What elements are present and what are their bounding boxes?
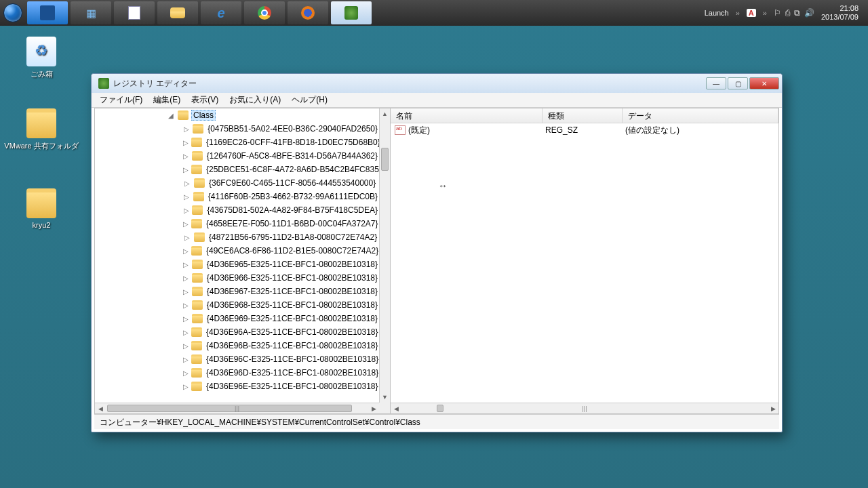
tree-node[interactable]: ▷{4D36E96E-E325-11CE-BFC1-08002BE10318} xyxy=(95,380,379,393)
scroll-left-icon[interactable]: ◀ xyxy=(95,403,106,413)
desktop-recycle-bin[interactable]: ごみ箱 xyxy=(4,37,79,79)
tray-volume-icon[interactable]: 🔊 xyxy=(804,8,814,18)
expand-icon[interactable]: ▷ xyxy=(183,220,189,228)
tree-node[interactable]: ▷{48721B56-6795-11D2-B1A8-0080C72E74A2} xyxy=(95,230,379,244)
taskbar-app-ie[interactable]: e xyxy=(201,1,241,24)
tree-node[interactable]: ▷{4D36E967-E325-11CE-BFC1-08002BE10318} xyxy=(95,285,379,298)
value-data: (値の設定なし) xyxy=(625,125,679,136)
tray-network-icon[interactable]: ⧉ xyxy=(794,8,800,18)
tree-node[interactable]: ▷{4D36E968-E325-11CE-BFC1-08002BE10318} xyxy=(95,298,379,312)
expand-icon[interactable]: ▷ xyxy=(183,274,189,282)
close-button[interactable]: ✕ xyxy=(749,77,779,89)
maximize-button[interactable]: ▢ xyxy=(728,77,748,89)
folder-icon xyxy=(192,314,203,323)
taskbar-app-notepad[interactable] xyxy=(114,1,155,24)
expand-icon[interactable]: ▷ xyxy=(183,152,189,160)
expand-icon[interactable]: ▷ xyxy=(183,261,189,268)
menu-view[interactable]: 表示(V) xyxy=(186,93,224,107)
desktop-vmware-folder[interactable]: VMware 共有フォルダ xyxy=(4,108,79,151)
tree-node[interactable]: ▷{1169EC26-0CFF-41FB-8D18-1D0EC75D68B0} xyxy=(95,136,379,149)
clock[interactable]: 21:08 2013/07/09 xyxy=(821,4,863,22)
tree-node[interactable]: ▷{43675D81-502A-4A82-9F84-B75F418C5DEA} xyxy=(95,203,379,217)
menu-file[interactable]: ファイル(F) xyxy=(94,93,148,107)
tree-node[interactable]: ▷{36FC9E60-C465-11CF-8056-444553540000} xyxy=(95,176,379,190)
expand-icon[interactable]: ▷ xyxy=(183,383,189,390)
expand-icon[interactable]: ▷ xyxy=(183,315,189,323)
menu-edit[interactable]: 編集(E) xyxy=(148,93,186,107)
tray-device-icon[interactable]: ⎙ xyxy=(785,8,790,18)
tree-label: {0475BB51-5A02-4EE0-B36C-29040FAD2650} xyxy=(206,124,379,134)
taskbar-app-explorer[interactable] xyxy=(157,1,198,24)
expand-icon[interactable]: ▷ xyxy=(183,247,189,255)
tree-label: {1169EC26-0CFF-41FB-8D18-1D0EC75D68B0} xyxy=(205,138,379,147)
expand-icon[interactable]: ▷ xyxy=(183,139,189,146)
scroll-left-icon[interactable]: ◀ xyxy=(391,403,401,413)
tree-node[interactable]: ▷{4D36E966-E325-11CE-BFC1-08002BE10318} xyxy=(95,271,379,285)
expand-icon[interactable]: ▷ xyxy=(183,369,189,377)
tree-node[interactable]: ▷{49CE6AC8-6F86-11D2-B1E5-0080C72E74A2} xyxy=(95,244,379,258)
folder-icon xyxy=(191,219,202,228)
col-type[interactable]: 種類 xyxy=(542,108,623,123)
scroll-down-icon[interactable]: ▼ xyxy=(380,392,390,403)
tray-flag-icon[interactable]: ⚐ xyxy=(774,8,781,18)
taskbar-app-chrome[interactable] xyxy=(244,1,285,24)
tree-node[interactable]: ▷{4D36E969-E325-11CE-BFC1-08002BE10318} xyxy=(95,312,379,325)
tree-node[interactable]: ▷{4D36E965-E325-11CE-BFC1-08002BE10318} xyxy=(95,258,379,271)
tree-node[interactable]: ▷{4658EE7E-F050-11D1-B6BD-00C04FA372A7} xyxy=(95,217,379,230)
adobe-tray-icon[interactable]: A xyxy=(747,9,756,17)
expand-icon[interactable]: ▷ xyxy=(183,329,189,336)
expand-icon[interactable]: ▷ xyxy=(183,180,191,187)
launch-label[interactable]: Launch xyxy=(705,9,729,17)
scroll-up-icon[interactable]: ▲ xyxy=(380,108,390,119)
tree-node[interactable]: ▷{25DBCE51-6C8F-4A72-8A6D-B54C2B4FC835} xyxy=(95,163,379,176)
expand-icon[interactable]: ▷ xyxy=(183,302,189,309)
expand-icon[interactable]: ▷ xyxy=(183,193,191,201)
minimize-button[interactable]: — xyxy=(706,77,726,89)
collapse-icon[interactable]: ◢ xyxy=(167,112,175,119)
tree-node[interactable]: ▷{4D36E96B-E325-11CE-BFC1-08002BE10318} xyxy=(95,339,379,352)
scroll-right-icon[interactable]: ▶ xyxy=(368,403,379,413)
clock-time: 21:08 xyxy=(821,4,859,13)
folder-icon xyxy=(191,246,202,256)
taskbar-app-regedit[interactable] xyxy=(331,1,372,24)
expand-icon[interactable]: ▷ xyxy=(183,207,189,214)
list-hscrollbar[interactable]: ◀ ||| ▶ xyxy=(391,403,778,413)
tree-hscrollbar[interactable]: ◀ ||| ▶ xyxy=(95,403,379,413)
tree-node[interactable]: ▷{4D36E96C-E325-11CE-BFC1-08002BE10318} xyxy=(95,352,379,366)
col-data[interactable]: データ xyxy=(623,108,778,123)
menu-favorites[interactable]: お気に入り(A) xyxy=(224,93,286,107)
menu-help[interactable]: ヘルプ(H) xyxy=(286,93,333,107)
expand-icon[interactable]: ▷ xyxy=(183,356,189,363)
tree-label: {4D36E96B-E325-11CE-BFC1-08002BE10318} xyxy=(205,341,379,350)
scroll-thumb[interactable] xyxy=(437,405,443,412)
taskbar-app-2[interactable]: ▦ xyxy=(71,1,111,24)
tree-node-class[interactable]: ◢ Class xyxy=(95,108,379,122)
folder-icon xyxy=(194,232,205,242)
tree-vscrollbar[interactable]: ▲ ▼ xyxy=(379,108,390,403)
taskbar-app-1[interactable] xyxy=(27,1,68,24)
scroll-thumb[interactable] xyxy=(381,148,389,171)
expand-icon[interactable]: ▷ xyxy=(183,342,189,350)
desktop-kryu2-folder[interactable]: kryu2 xyxy=(4,188,79,229)
expand-icon[interactable]: ▷ xyxy=(183,234,191,241)
tree-label: {48721B56-6795-11D2-B1A8-0080C72E74A2} xyxy=(208,232,378,242)
tree-node[interactable]: ▷{4D36E96A-E325-11CE-BFC1-08002BE10318} xyxy=(95,325,379,339)
expand-icon[interactable]: ▷ xyxy=(183,288,189,296)
tree-node[interactable]: ▷{1264760F-A5C8-4BFE-B314-D56A7B44A362} xyxy=(95,149,379,163)
expand-icon[interactable]: ▷ xyxy=(183,125,190,133)
titlebar[interactable]: レジストリ エディター — ▢ ✕ xyxy=(92,74,782,93)
expand-icon[interactable]: ▷ xyxy=(183,166,189,174)
start-button[interactable] xyxy=(0,0,26,26)
scroll-right-icon[interactable]: ▶ xyxy=(768,403,778,413)
string-value-icon xyxy=(395,125,406,135)
tree-label: {49CE6AC8-6F86-11D2-B1E5-0080C72E74A2} xyxy=(205,246,379,256)
value-row-default[interactable]: (既定) REG_SZ (値の設定なし) xyxy=(391,123,778,137)
taskbar-app-firefox[interactable] xyxy=(288,1,328,24)
tree-node[interactable]: ▷{4D36E96D-E325-11CE-BFC1-08002BE10318} xyxy=(95,366,379,380)
tree-label: {43675D81-502A-4A82-9F84-B75F418C5DEA} xyxy=(205,205,379,215)
col-name[interactable]: 名前 xyxy=(391,108,542,123)
tree-node[interactable]: ▷{4116F60B-25B3-4662-B732-99A6111EDC0B} xyxy=(95,190,379,203)
tree-label: {4D36E96E-E325-11CE-BFC1-08002BE10318} xyxy=(205,382,379,391)
scroll-thumb[interactable] xyxy=(107,405,352,412)
tree-node[interactable]: ▷{0475BB51-5A02-4EE0-B36C-29040FAD2650} xyxy=(95,122,379,136)
